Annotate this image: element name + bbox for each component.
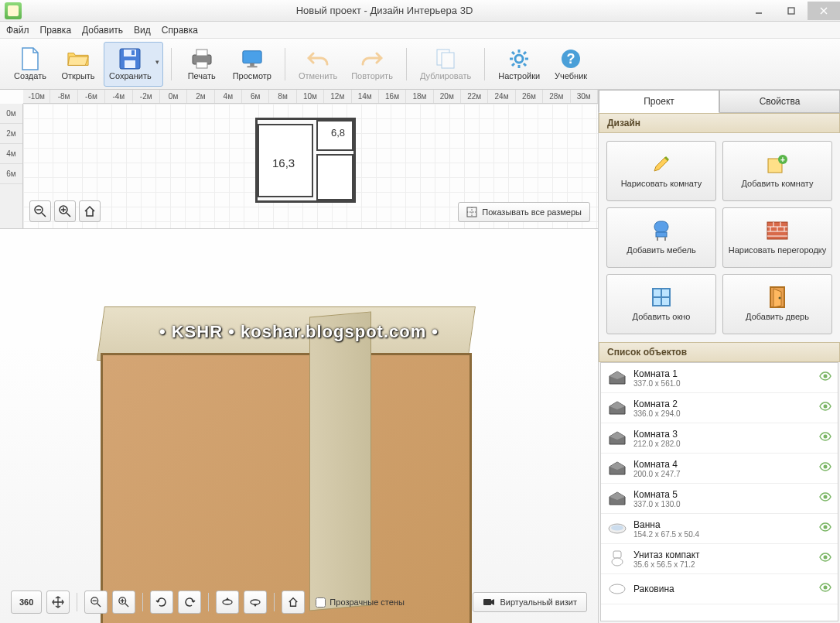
transparent-walls-checkbox[interactable]: Прозрачные стены <box>316 597 404 608</box>
visibility-toggle-icon[interactable] <box>819 522 831 535</box>
toolbar-separator <box>484 48 485 80</box>
object-list-item[interactable]: Раковина <box>601 574 838 604</box>
svg-line-21 <box>512 52 514 54</box>
undo-icon <box>307 48 329 70</box>
preview-button[interactable]: Просмотр <box>227 42 277 87</box>
svg-rect-15 <box>442 53 454 68</box>
add-furniture-button[interactable]: Добавить мебель <box>606 207 716 268</box>
close-button[interactable] <box>808 2 840 20</box>
ruler-horizontal: -10м-8м-6м-4м-2м0м2м4м6м8м10м12м14м16м18… <box>23 90 598 104</box>
view-2d[interactable]: -10м-8м-6м-4м-2м0м2м4м6м8м10м12м14м16м18… <box>0 90 598 229</box>
help-icon: ? <box>560 48 582 70</box>
floor-3d <box>101 353 472 623</box>
visibility-toggle-icon[interactable] <box>819 583 831 595</box>
svg-point-67 <box>779 297 781 300</box>
open-button[interactable]: Открыть <box>56 42 101 87</box>
menu-file[interactable]: Файл <box>6 25 29 36</box>
svg-point-77 <box>612 558 623 566</box>
visibility-toggle-icon[interactable] <box>819 553 831 565</box>
show-dimensions-button[interactable]: Показывать все размеры <box>458 202 590 222</box>
redo-icon <box>361 48 383 70</box>
object-list-item[interactable]: Ванна154.2 x 67.5 x 50.4 <box>601 514 838 544</box>
object-list-item[interactable]: Комната 4200.0 x 247.7 <box>601 454 838 484</box>
visibility-toggle-icon[interactable] <box>819 432 831 444</box>
objects-section-header: Список объектов <box>599 342 840 362</box>
toolbar-separator <box>406 48 407 80</box>
visibility-toggle-icon[interactable] <box>819 462 831 474</box>
visibility-toggle-icon[interactable] <box>819 402 831 414</box>
tab-properties[interactable]: Свойства <box>719 90 840 113</box>
svg-point-74 <box>611 525 623 531</box>
tutorial-button[interactable]: ? Учебник <box>548 42 593 87</box>
print-button[interactable]: Печать <box>179 42 224 87</box>
svg-rect-11 <box>243 50 261 63</box>
svg-rect-9 <box>196 50 207 56</box>
svg-rect-7 <box>131 50 135 55</box>
ruler-vertical: 0м2м4м6м <box>0 104 23 228</box>
menu-view[interactable]: Вид <box>134 25 151 36</box>
zoom-out-button[interactable] <box>29 200 51 222</box>
redo-button[interactable]: Повторить <box>346 42 398 87</box>
tilt-down-button[interactable] <box>244 590 267 614</box>
visibility-toggle-icon[interactable] <box>819 371 831 384</box>
create-button[interactable]: Создать <box>8 42 53 87</box>
svg-line-28 <box>42 213 46 217</box>
object-type-icon <box>607 579 627 599</box>
svg-point-79 <box>610 584 625 594</box>
svg-text:+: + <box>780 156 785 164</box>
room-area-label: 6,8 <box>331 127 345 139</box>
object-type-icon <box>607 458 627 478</box>
virtual-visit-button[interactable]: Виртуальный визит <box>473 592 587 612</box>
zoom-in-button[interactable] <box>54 200 76 222</box>
add-window-button[interactable]: Добавить окно <box>606 274 716 334</box>
svg-point-16 <box>515 55 523 63</box>
rotate-left-button[interactable] <box>150 590 173 614</box>
maximize-button[interactable] <box>775 2 808 20</box>
zoom-in-3d-button[interactable] <box>112 590 135 614</box>
view360-button[interactable]: 360 <box>11 590 42 614</box>
object-type-icon <box>607 488 627 508</box>
save-button[interactable]: Сохранить <box>104 42 163 87</box>
tilt-up-button[interactable] <box>216 590 239 614</box>
duplicate-button[interactable]: Дублировать <box>415 42 476 87</box>
right-panel: Проект Свойства Дизайн Нарисовать комнат… <box>599 90 840 623</box>
watermark: • KSHR • koshar.blogspot.com • <box>0 322 598 342</box>
design-section-header: Дизайн <box>599 113 840 133</box>
visibility-toggle-icon[interactable] <box>819 492 831 505</box>
pan-button[interactable] <box>46 590 70 614</box>
undo-button[interactable]: Отменить <box>293 42 343 87</box>
floorplan[interactable]: 16,3 6,8 <box>255 118 356 203</box>
room-area-label: 16,3 <box>272 156 295 169</box>
add-door-button[interactable]: Добавить дверь <box>722 274 832 334</box>
menu-edit[interactable]: Правка <box>40 25 72 36</box>
save-icon <box>119 48 141 70</box>
add-room-button[interactable]: + Добавить комнату <box>722 141 832 201</box>
menu-help[interactable]: Справка <box>162 25 198 36</box>
settings-button[interactable]: Настройки <box>493 42 545 87</box>
minimize-button[interactable] <box>743 2 775 20</box>
zoom-out-3d-button[interactable] <box>84 590 108 614</box>
view-3d[interactable]: • KSHR • koshar.blogspot.com • 360 Прозр… <box>0 229 598 623</box>
window-icon <box>650 286 673 309</box>
camera-icon <box>483 597 495 607</box>
object-list-item[interactable]: Комната 2336.0 x 294.0 <box>601 393 838 423</box>
brick-wall-icon <box>766 219 789 242</box>
door-icon <box>766 286 789 309</box>
menubar: Файл Правка Добавить Вид Справка <box>0 22 840 39</box>
printer-icon <box>191 48 213 70</box>
svg-point-75 <box>824 525 828 529</box>
object-list[interactable]: Комната 1337.0 x 561.0 Комната 2336.0 x … <box>600 362 838 621</box>
draw-wall-button[interactable]: Нарисовать перегородку <box>722 207 832 268</box>
add-room-icon: + <box>766 152 789 176</box>
object-list-item[interactable]: Комната 3212.0 x 282.0 <box>601 423 838 454</box>
object-list-item[interactable]: Комната 1337.0 x 561.0 <box>601 363 838 393</box>
draw-room-button[interactable]: Нарисовать комнату <box>606 141 716 201</box>
object-list-item[interactable]: Комната 5337.0 x 130.0 <box>601 484 838 514</box>
tab-project[interactable]: Проект <box>599 90 719 113</box>
svg-line-24 <box>512 63 514 66</box>
object-list-item[interactable]: Унитаз компакт35.6 x 56.5 x 71.2 <box>601 544 838 574</box>
menu-add[interactable]: Добавить <box>82 25 123 36</box>
home-3d-button[interactable] <box>282 590 305 614</box>
rotate-right-button[interactable] <box>178 590 201 614</box>
home-button[interactable] <box>79 200 101 222</box>
